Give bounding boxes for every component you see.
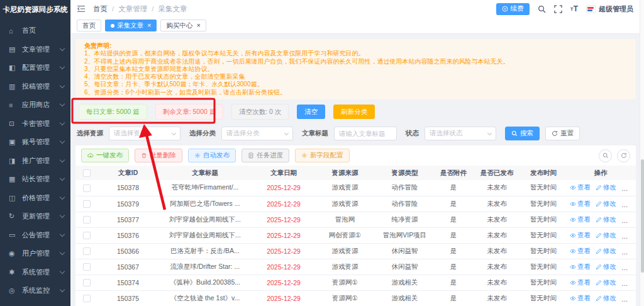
sidebar-item-4[interactable]: ≡ 应用商店 [0,96,70,115]
sidebar: 卡尼奶资源同步系统 ⌂ 首页 ▤ 文章管理 ◧ 配置管理 ▥ 投稿管理 ≡ 应用… [0,0,70,306]
search-icon[interactable] [538,5,546,13]
table-row: 150375 《空之轨迹 the 1st》v... 2025-12-29 资源网… [75,290,636,306]
column-header: 资源来源 [315,166,375,180]
table-refresh-icon[interactable] [617,149,630,162]
home-icon: ⌂ [9,27,18,35]
active-dot-icon [111,24,114,28]
row-checkbox[interactable] [83,184,91,192]
table-row: 150367 流浪星球/Drifter Star: ... 2025-12-29… [75,259,636,275]
chevron-down-icon [60,232,65,237]
sidebar-item-13[interactable]: ✱ 系统管理 [0,263,70,282]
sidebar-item-0[interactable]: ⌂ 首页 [0,21,70,40]
cell-publish-time: 暂无时间 [521,290,565,306]
sidebar-item-9[interactable]: ◫ 价格管理 [0,189,70,208]
row-checkbox[interactable] [83,279,91,286]
edit-link[interactable]: 修改 [596,247,616,256]
notice-lines: 1、本站提供的资源，都来自网络，版权争议与本站无关，所有内容及文章仅限用于学习和… [84,50,627,96]
action-buttons: 一键发布批量删除自动发布任务进度新字段配置 [81,149,355,162]
column-header: 是否已发布 [472,166,521,180]
action-button-1[interactable]: 批量删除 [135,149,182,162]
edit-link[interactable]: 修改 [596,231,616,240]
topbar: 首页 文章管理 采集文章 续费 超级管理员 [70,0,640,18]
main-area: 首页 文章管理 采集文章 续费 超级管理员 [70,0,640,306]
action-button-2[interactable]: 自动发布 [188,149,236,162]
row-checkbox[interactable] [83,200,91,208]
renew-button[interactable]: 续费 [496,3,530,15]
view-link[interactable]: 查看 [570,263,591,271]
edit-link[interactable]: 修改 [596,278,616,287]
tab-bar: 首页 采集文章 × 购买中心 × [70,18,640,34]
view-link[interactable]: 查看 [570,247,591,256]
tab-2[interactable]: 购买中心 × [160,20,206,31]
webmaster-icon: ▦ [9,175,18,183]
view-link[interactable]: 查看 [570,215,591,224]
edit-link[interactable]: 修改 [596,200,616,208]
table-card: 一键发布批量删除自动发布任务进度新字段配置 文章ID文章标题文章日期资源来源资源… [75,145,636,306]
view-link[interactable]: 查看 [570,294,591,303]
scrollbar[interactable] [640,0,644,306]
close-icon[interactable]: × [147,22,151,29]
edit-link[interactable]: 修改 [596,183,616,192]
cell-resource-type: 动作冒险 [375,196,435,212]
action-button-4[interactable]: 新字段配置 [295,149,350,162]
cell-article-title: 巴洛克射手：反击/BA... [158,243,252,259]
cell-attachment: 是 [435,290,472,306]
tab-0[interactable]: 首页 [77,20,101,31]
breadcrumb-collect-article[interactable]: 采集文章 [158,4,187,14]
action-button-0[interactable]: 一键发布 [81,149,129,162]
view-link[interactable]: 查看 [570,200,591,208]
row-checkbox[interactable] [83,247,91,255]
breadcrumb-home[interactable]: 首页 [93,4,118,14]
search-button[interactable]: 搜索 [505,127,540,140]
view-link[interactable]: 查看 [570,231,591,240]
edit-link[interactable]: 修改 [596,294,616,303]
edit-link[interactable]: 修改 [596,263,616,271]
trash-icon [141,152,147,159]
cell-resource-type: 纯净资源 [375,212,435,227]
status-select[interactable]: 请选择状态 [425,127,496,140]
sidebar-item-11[interactable]: ▭ 公告管理 [0,226,70,245]
sidebar-item-3[interactable]: ▥ 投稿管理 [0,77,70,96]
action-button-3[interactable]: 任务进度 [242,149,289,162]
cell-article-id: 150376 [98,227,158,243]
cell-resource-source: 资源网① [315,290,375,306]
stats-row: 每日文章: 5000 篇 剩余文章: 5000 篇 清空次数: 0 次 清空 刷… [75,104,636,120]
cell-operations: 查看修改删除 [565,227,636,243]
sidebar-item-14[interactable]: ◎ 系统监控 [0,281,70,300]
clear-button[interactable]: 清空 [297,105,325,119]
cell-resource-source: 游戏资源 [315,259,375,275]
user-menu[interactable]: 超级管理员 [586,4,633,14]
chevron-down-icon [60,46,65,51]
article-title-input[interactable] [334,127,397,140]
row-checkbox[interactable] [83,232,91,239]
reset-button[interactable]: 重置 [545,127,580,140]
row-checkbox[interactable] [83,263,91,271]
fullscreen-icon[interactable] [554,5,562,13]
row-checkbox[interactable] [83,295,91,302]
table-search-icon[interactable] [599,149,612,162]
sidebar-item-10[interactable]: ↻ 更新管理 [0,207,70,226]
view-link[interactable]: 查看 [570,278,591,287]
tab-1[interactable]: 采集文章 × [105,20,157,31]
edit-link[interactable]: 修改 [596,215,616,224]
font-size-icon[interactable] [570,5,578,13]
resource-select[interactable]: 请选择资源 [109,127,180,140]
table-row: 150379 阿加斯巴之塔/Towers ... 2025-12-29 游戏资源… [75,196,636,212]
sidebar-item-1[interactable]: ▤ 文章管理 [0,40,70,59]
view-link[interactable]: 查看 [570,183,591,192]
scrollbar-thumb[interactable] [641,159,644,273]
refresh-category-button[interactable]: 刷新分类 [333,105,375,119]
sidebar-item-8[interactable]: ▦ 站长管理 [0,170,70,189]
sidebar-item-2[interactable]: ◧ 配置管理 [0,59,70,77]
sidebar-item-5[interactable]: ⊡ 卡密管理 [0,115,70,133]
category-select[interactable]: 请选择分类 [221,127,293,140]
sidebar-item-6[interactable]: ▣ 账号管理 [0,133,70,152]
select-all-checkbox[interactable] [83,169,91,177]
collapse-sidebar-icon[interactable] [77,5,86,13]
breadcrumb-article-mgmt[interactable]: 文章管理 [118,4,158,14]
row-checkbox[interactable] [83,216,91,224]
sidebar-item-12[interactable]: ◉ 用户管理 [0,244,70,263]
sidebar-item-7[interactable]: ◨ 推广管理 [0,152,70,171]
close-icon[interactable]: × [196,22,200,29]
category-filter-group: 选择分类 请选择分类 [189,127,293,140]
